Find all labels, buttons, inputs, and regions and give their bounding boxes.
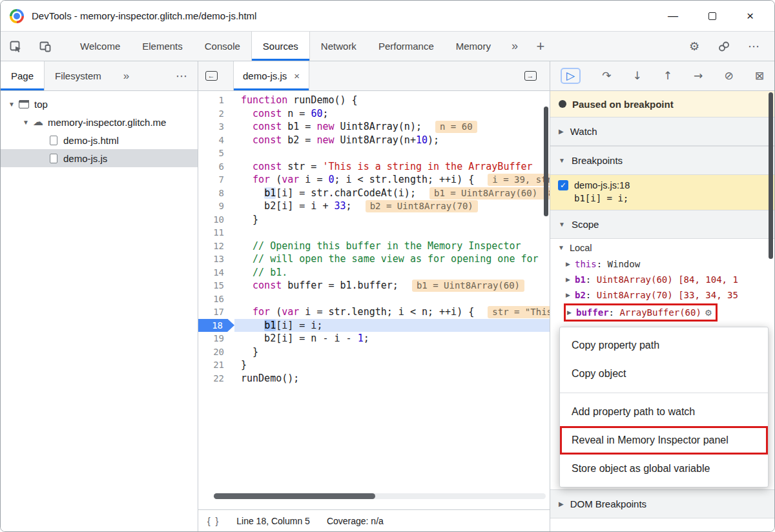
line-number[interactable]: 16 (198, 292, 234, 306)
scope-entry-b1[interactable]: ▶ b1: Uint8Array(60) [84, 104, 1 (550, 272, 774, 287)
pretty-print-icon[interactable]: { } (207, 516, 220, 526)
tree-item-demo-js-html[interactable]: demo-js.html (1, 131, 198, 149)
tree-item-top[interactable]: ▼ top (1, 95, 198, 113)
close-tab-icon[interactable]: × (294, 70, 300, 81)
line-number[interactable]: 3 (198, 120, 234, 134)
tab-welcome[interactable]: Welcome (69, 32, 131, 61)
line-number[interactable]: 22 (198, 372, 234, 385)
chevron-right-icon[interactable]: ▶ (566, 276, 575, 283)
resume-icon[interactable]: ▷ (561, 68, 581, 84)
line-number[interactable]: 1 (198, 94, 234, 107)
line-number[interactable]: 6 (198, 160, 234, 174)
code-line-10: 10 } (198, 213, 550, 227)
line-number[interactable]: 11 (198, 226, 234, 240)
code-editor[interactable]: 1function runDemo() {2 const n = 60;3 co… (198, 91, 550, 509)
pause-on-exceptions-icon[interactable]: ⊠ (755, 70, 764, 81)
horizontal-scrollbar-thumb[interactable] (214, 493, 375, 499)
section-watch[interactable]: ▶ Watch (550, 117, 774, 146)
tab-filesystem[interactable]: Filesystem (45, 61, 112, 90)
scope-entry-b2[interactable]: ▶ b2: Uint8Array(70) [33, 34, 35 (550, 287, 774, 303)
open-file-button[interactable]: → (517, 71, 543, 81)
line-number[interactable]: 12 (198, 240, 234, 253)
code-line-5: 5 (198, 147, 550, 160)
tab-sources[interactable]: Sources (251, 32, 310, 61)
code-text: const b2 = new Uint8Array(n+10); (234, 134, 550, 147)
execution-line-number[interactable]: 18 (198, 319, 234, 332)
more-navigator-tabs-icon[interactable]: » (123, 70, 129, 83)
menu-item-store-object-as-global[interactable]: Store object as global variable (560, 455, 768, 483)
line-number[interactable]: 17 (198, 305, 234, 319)
code-line-13: 13 // will open the same view as for ope… (198, 252, 550, 266)
line-number[interactable]: 9 (198, 200, 234, 213)
settings-button[interactable]: ⚙ (681, 39, 707, 53)
chevron-right-icon[interactable]: ▶ (566, 292, 575, 298)
line-number[interactable]: 10 (198, 213, 234, 227)
menu-item-copy-object[interactable]: Copy object (560, 360, 768, 388)
chevron-right-icon[interactable]: ▶ (567, 309, 576, 316)
horizontal-scrollbar[interactable] (214, 493, 546, 499)
menu-item-reveal-in-memory-inspector[interactable]: Reveal in Memory Inspector panel (560, 426, 768, 455)
line-number[interactable]: 14 (198, 266, 234, 280)
line-number[interactable]: 21 (198, 358, 234, 372)
tab-console[interactable]: Console (194, 32, 251, 61)
navigator-overflow-icon[interactable]: ⋯ (176, 69, 187, 83)
more-panels-button[interactable]: » (502, 32, 528, 61)
line-number[interactable]: 2 (198, 107, 234, 121)
close-button[interactable]: × (747, 10, 754, 22)
scope-entry-this[interactable]: ▶ this: Window (550, 256, 774, 272)
tree-item-demo-js-js[interactable]: demo-js.js (1, 149, 198, 167)
scope-entry-buffer[interactable]: ▶ buffer: ArrayBuffer(60) ⚙ (550, 303, 774, 322)
chevron-down-icon[interactable]: ▼ (559, 157, 565, 164)
line-number[interactable]: 20 (198, 345, 234, 359)
step-over-icon[interactable]: ↷ (602, 70, 611, 81)
extensions-button[interactable] (711, 40, 737, 53)
chevron-right-icon[interactable]: ▶ (566, 261, 575, 267)
tree-item-origin[interactable]: ▼ ☁ memory-inspector.glitch.me (1, 113, 198, 131)
editor-vertical-scrollbar-thumb[interactable] (544, 107, 548, 216)
chevron-down-icon[interactable]: ▼ (23, 119, 33, 126)
maximize-button[interactable] (708, 12, 716, 20)
breakpoint-checkbox[interactable]: ✓ (558, 180, 568, 190)
section-breakpoints[interactable]: ▼ Breakpoints (550, 146, 774, 175)
tab-page[interactable]: Page (1, 61, 45, 90)
step-into-icon[interactable]: ↓ (632, 70, 641, 81)
menu-item-copy-property-path[interactable]: Copy property path (560, 331, 768, 360)
menu-divider (560, 393, 768, 393)
add-panel-button[interactable]: + (528, 32, 553, 61)
line-number[interactable]: 8 (198, 187, 234, 200)
line-number[interactable]: 13 (198, 252, 234, 266)
chevron-down-icon[interactable]: ▼ (559, 221, 565, 228)
line-number[interactable]: 4 (198, 134, 234, 147)
tab-performance[interactable]: Performance (367, 32, 445, 61)
line-number[interactable]: 7 (198, 173, 234, 187)
device-toolbar-button[interactable] (30, 32, 60, 61)
scope-group-local[interactable]: ▼ Local (550, 239, 774, 256)
inline-eval-badge: i = 39, str (488, 174, 550, 186)
tab-memory[interactable]: Memory (445, 32, 502, 61)
chevron-right-icon[interactable]: ▶ (559, 128, 564, 135)
more-menu-button[interactable]: ⋯ (741, 39, 767, 54)
section-scope[interactable]: ▼ Scope (550, 210, 774, 239)
minimize-button[interactable]: — (668, 11, 678, 21)
line-number[interactable]: 15 (198, 279, 234, 292)
chevron-right-icon[interactable]: ▶ (559, 500, 564, 507)
tab-elements[interactable]: Elements (131, 32, 194, 61)
breakpoint-entry[interactable]: ✓ demo-js.js:18 b1[i] = i; (550, 175, 774, 210)
chevron-down-icon[interactable]: ▼ (558, 244, 564, 251)
step-icon[interactable]: → (694, 70, 703, 81)
line-number[interactable]: 19 (198, 332, 234, 345)
menu-item-add-property-path-to-watch[interactable]: Add property path to watch (560, 398, 768, 426)
section-dom-breakpoints[interactable]: ▶ DOM Breakpoints (550, 489, 774, 518)
inspect-button[interactable] (1, 32, 30, 61)
tree-label: top (34, 99, 48, 110)
panel-vertical-scrollbar-thumb[interactable] (769, 92, 773, 259)
line-number[interactable]: 5 (198, 147, 234, 160)
chevron-down-icon[interactable]: ▼ (8, 101, 19, 108)
editor-tab-demo-js[interactable]: demo-js.js × (233, 61, 309, 90)
step-out-icon[interactable]: ↑ (663, 70, 672, 81)
reveal-memory-icon[interactable]: ⚙ (705, 308, 712, 318)
deactivate-breakpoints-icon[interactable]: ⊘ (724, 70, 733, 81)
tab-network[interactable]: Network (310, 32, 367, 61)
toggle-navigator-button[interactable]: ← (198, 71, 224, 81)
breakpoint-snippet: b1[i] = i; (574, 193, 767, 203)
